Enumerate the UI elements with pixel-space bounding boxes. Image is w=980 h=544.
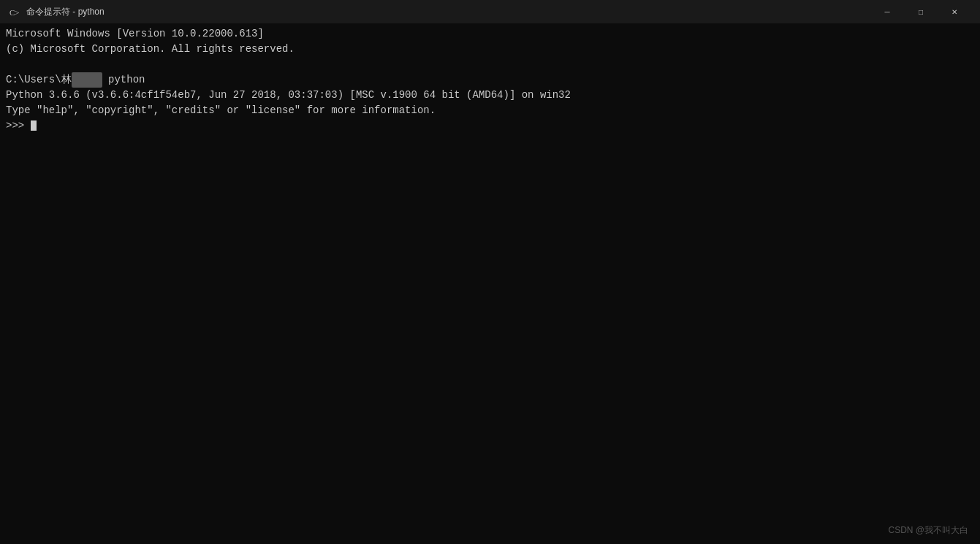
console-line-6: Type "help", "copyright", "credits" or "… bbox=[6, 103, 974, 118]
console-line-2: (c) Microsoft Corporation. All rights re… bbox=[6, 42, 974, 57]
close-button[interactable]: ✕ bbox=[938, 0, 971, 23]
console-line-5: Python 3.6.6 (v3.6.6:4cf1f54eb7, Jun 27 … bbox=[6, 88, 974, 103]
window: C> 命令提示符 - python ─ □ ✕ Microsoft Window… bbox=[0, 0, 980, 544]
cmd-icon: C> bbox=[9, 6, 20, 18]
window-title: 命令提示符 - python bbox=[26, 6, 870, 18]
minimize-button[interactable]: ─ bbox=[870, 0, 904, 23]
maximize-button[interactable]: □ bbox=[904, 0, 938, 23]
redacted-username bbox=[72, 72, 102, 88]
watermark: CSDN @我不叫大白 bbox=[888, 524, 968, 537]
cursor-blink bbox=[31, 120, 37, 131]
svg-text:C>: C> bbox=[10, 8, 20, 17]
titlebar: C> 命令提示符 - python ─ □ ✕ bbox=[0, 0, 980, 23]
console-line-4: C:\Users\林 python bbox=[6, 72, 974, 88]
console-line-7: >>> bbox=[6, 118, 974, 134]
console-line-3 bbox=[6, 57, 974, 72]
console-line-1: Microsoft Windows [Version 10.0.22000.61… bbox=[6, 26, 974, 42]
window-controls: ─ □ ✕ bbox=[870, 0, 971, 23]
console-output[interactable]: Microsoft Windows [Version 10.0.22000.61… bbox=[0, 23, 980, 544]
